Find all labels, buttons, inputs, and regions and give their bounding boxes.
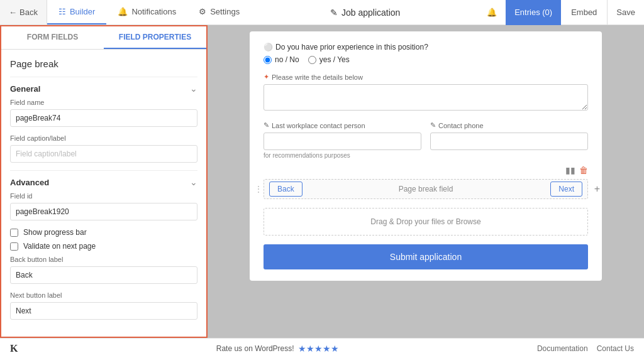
- form-preview: ⚪ Do you have prior experience in this p…: [250, 31, 602, 281]
- field-name-input[interactable]: [10, 109, 197, 127]
- back-label: Back: [19, 8, 38, 17]
- save-button[interactable]: Save: [607, 0, 644, 25]
- edit-icon: ✎: [330, 8, 338, 18]
- advanced-section-header: Advanced ⌄: [10, 170, 197, 192]
- field-caption-input[interactable]: [10, 145, 197, 163]
- contact-phone-input[interactable]: [430, 133, 588, 150]
- radio-question: ⚪ Do you have prior experience in this p…: [264, 43, 588, 52]
- field-name-label: Field name: [10, 99, 197, 106]
- general-section-label: General: [10, 84, 40, 94]
- drag-handle-icon[interactable]: ⋮: [254, 184, 263, 194]
- bell-outline-icon: 🔔: [118, 7, 128, 16]
- two-col-group: ✎ Last workplace contact person for reco…: [264, 121, 588, 168]
- radio-group: ⚪ Do you have prior experience in this p…: [264, 43, 588, 64]
- embed-button[interactable]: Embed: [562, 0, 606, 25]
- delete-icon[interactable]: 🗑: [579, 165, 588, 175]
- tab-field-properties[interactable]: FIELD PROPERTIES: [104, 26, 206, 49]
- contact-person-input[interactable]: [264, 133, 421, 150]
- page-break-back-button[interactable]: Back: [269, 182, 303, 197]
- field-id-label: Field id: [10, 192, 197, 200]
- field-caption-group: Field caption/label: [10, 134, 197, 163]
- validate-on-next-row: Validate on next page: [10, 242, 197, 251]
- field-id-group: Field id: [10, 192, 197, 220]
- back-arrow-icon: ←: [9, 8, 17, 17]
- top-navigation: ← Back ☷ Builder 🔔 Notifications ⚙ Setti…: [0, 0, 644, 25]
- contact-person-group: ✎ Last workplace contact person for reco…: [264, 121, 421, 159]
- footer: K Rate us on WordPress! ★★★★★ Documentat…: [0, 338, 644, 358]
- builder-icon: ☷: [58, 7, 66, 16]
- add-field-icon[interactable]: +: [594, 183, 600, 195]
- advanced-chevron-icon[interactable]: ⌄: [190, 177, 197, 187]
- contact-phone-icon: ✎: [430, 121, 436, 129]
- footer-links: Documentation Contact Us: [537, 344, 634, 353]
- rate-text: Rate us on WordPress!: [216, 344, 294, 353]
- logo: K: [10, 343, 18, 354]
- gear-icon: ⚙: [199, 7, 206, 16]
- recommendations-hint: for recommendations purposes: [264, 152, 421, 159]
- radio-no-option[interactable]: no / No: [264, 55, 299, 64]
- show-progress-bar-label: Show progress bar: [23, 228, 87, 237]
- contact-person-icon: ✎: [264, 121, 269, 129]
- footer-rating: Rate us on WordPress! ★★★★★: [216, 344, 339, 354]
- back-button-label-label: Back button label: [10, 256, 197, 263]
- tab-builder[interactable]: ☷ Builder: [47, 0, 106, 24]
- contact-person-label: ✎ Last workplace contact person: [264, 121, 421, 129]
- main-layout: FORM FIELDS FIELD PROPERTIES Page break …: [0, 25, 644, 338]
- right-area: ⚪ Do you have prior experience in this p…: [208, 25, 644, 338]
- validate-on-next-checkbox[interactable]: [10, 242, 18, 251]
- back-button-label-group: Back button label: [10, 256, 197, 284]
- tab-settings[interactable]: ⚙ Settings: [187, 0, 251, 24]
- radio-no-input[interactable]: [264, 56, 272, 64]
- next-button-label-label: Next button label: [10, 291, 197, 299]
- tab-form-fields[interactable]: FORM FIELDS: [1, 26, 104, 49]
- tab-notifications[interactable]: 🔔 Notifications: [106, 0, 187, 24]
- textarea-group: ✦ Please write the details below: [264, 73, 588, 112]
- field-id-input[interactable]: [10, 203, 197, 220]
- general-chevron-icon[interactable]: ⌄: [190, 84, 197, 94]
- rating-stars[interactable]: ★★★★★: [298, 344, 339, 354]
- submit-button[interactable]: Submit application: [264, 244, 588, 269]
- back-button[interactable]: ← Back: [0, 0, 47, 24]
- page-break-next-button[interactable]: Next: [550, 182, 582, 197]
- next-button-label-input[interactable]: [10, 302, 197, 320]
- radio-yes-input[interactable]: [308, 56, 316, 64]
- field-caption-label: Field caption/label: [10, 134, 197, 142]
- panel-body: Page break General ⌄ Field name Field ca…: [1, 50, 206, 334]
- show-progress-bar-row: Show progress bar: [10, 228, 197, 237]
- contact-phone-label: ✎ Contact phone: [430, 121, 588, 129]
- notification-bell[interactable]: 🔔: [479, 0, 504, 25]
- show-progress-bar-checkbox[interactable]: [10, 229, 18, 237]
- field-name-group: Field name: [10, 99, 197, 127]
- page-break-icons: ▮▮ 🗑: [565, 165, 588, 175]
- radio-yes-option[interactable]: yes / Yes: [308, 55, 350, 64]
- page-break-title: Page break: [10, 56, 197, 69]
- radio-bullet-icon: ⚪: [264, 43, 273, 52]
- left-panel: FORM FIELDS FIELD PROPERTIES Page break …: [0, 25, 208, 338]
- contact-phone-group: ✎ Contact phone: [430, 121, 588, 159]
- dropzone-text: Drag & Drop your files or Browse: [370, 217, 480, 226]
- copy-icon[interactable]: ▮▮: [565, 165, 575, 175]
- form-title: ✎ Job application: [251, 8, 479, 18]
- page-break-container: ▮▮ 🗑 ⋮ Back Page break field Next +: [264, 179, 588, 199]
- panel-tabs: FORM FIELDS FIELD PROPERTIES: [1, 26, 206, 50]
- radio-options: no / No yes / Yes: [264, 55, 588, 64]
- details-textarea[interactable]: [264, 84, 588, 111]
- next-button-label-group: Next button label: [10, 291, 197, 320]
- back-button-label-input[interactable]: [10, 266, 197, 284]
- contact-us-link[interactable]: Contact Us: [597, 344, 634, 353]
- page-break-label: Page break field: [399, 185, 453, 193]
- validate-on-next-label: Validate on next page: [23, 242, 96, 251]
- documentation-link[interactable]: Documentation: [537, 344, 588, 353]
- page-break-bar: ⋮ Back Page break field Next +: [264, 179, 588, 199]
- general-section-header: General ⌄: [10, 77, 197, 99]
- advanced-section-label: Advanced: [10, 178, 49, 187]
- textarea-label: ✦ Please write the details below: [264, 73, 588, 81]
- required-star-icon: ✦: [264, 73, 269, 81]
- entries-button[interactable]: Entries (0): [506, 0, 561, 25]
- dropzone[interactable]: Drag & Drop your files or Browse: [264, 208, 588, 236]
- nav-right-actions: 🔔 Entries (0) Embed Save: [479, 0, 644, 25]
